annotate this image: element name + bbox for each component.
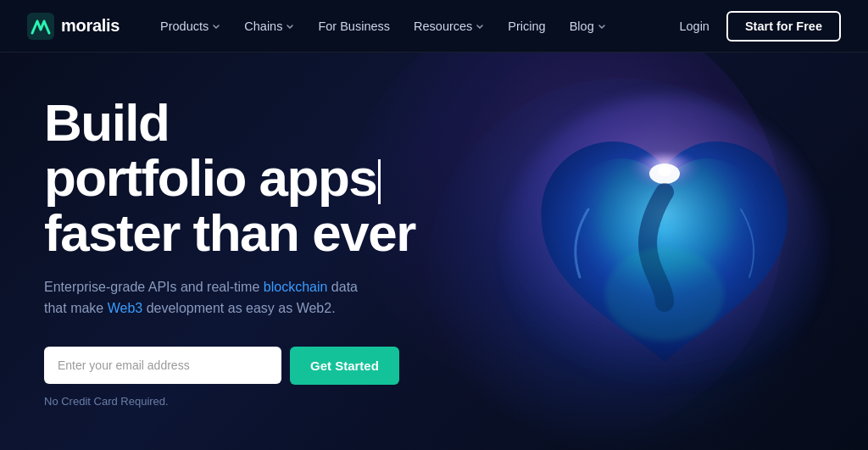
chevron-down-icon: [598, 22, 606, 31]
nav-pricing-label: Pricing: [508, 19, 545, 33]
get-started-button[interactable]: Get Started: [290, 347, 399, 385]
nav-chains-label: Chains: [244, 19, 282, 33]
hero-illustration: [487, 74, 843, 430]
nav-for-business[interactable]: For Business: [308, 13, 400, 40]
nav-blog[interactable]: Blog: [559, 13, 616, 40]
hero-section: Build portfolio apps faster than ever En…: [0, 53, 868, 450]
chevron-down-icon: [476, 22, 484, 31]
nav-links: Products Chains For Business Resources P…: [150, 13, 676, 40]
login-button[interactable]: Login: [676, 13, 712, 40]
svg-point-5: [605, 247, 724, 341]
nav-right: Login Start for Free: [676, 11, 841, 42]
start-for-free-button[interactable]: Start for Free: [726, 11, 841, 42]
hero-title-line3: faster than ever: [44, 203, 415, 262]
hero-subtitle: Enterprise-grade APIs and real-time bloc…: [44, 277, 366, 319]
heart-svg: [487, 74, 843, 430]
hero-form: Get Started: [44, 347, 415, 385]
no-credit-label: No Credit Card Required.: [44, 395, 415, 408]
nav-resources-label: Resources: [414, 19, 472, 33]
nav-for-business-label: For Business: [318, 19, 390, 33]
hero-title-line2: portfolio apps: [44, 148, 381, 207]
navbar: moralis Products Chains For Business Res…: [0, 0, 868, 53]
hero-subtitle-web3: Web3: [108, 301, 143, 315]
nav-resources[interactable]: Resources: [403, 13, 494, 40]
moralis-logo-icon: [27, 13, 54, 40]
nav-chains[interactable]: Chains: [234, 13, 304, 40]
svg-point-4: [658, 166, 671, 176]
nav-products[interactable]: Products: [150, 13, 231, 40]
nav-products-label: Products: [160, 19, 209, 33]
nav-blog-label: Blog: [570, 19, 594, 33]
cursor-bar: [378, 159, 381, 204]
nav-pricing[interactable]: Pricing: [498, 13, 555, 40]
hero-content: Build portfolio apps faster than ever En…: [0, 95, 415, 408]
chevron-down-icon: [286, 22, 294, 31]
logo-text: moralis: [61, 16, 120, 36]
logo[interactable]: moralis: [27, 13, 120, 40]
hero-title: Build portfolio apps faster than ever: [44, 95, 415, 260]
email-input[interactable]: [44, 347, 281, 384]
hero-title-line1: Build: [44, 93, 169, 152]
chevron-down-icon: [212, 22, 220, 31]
hero-subtitle-blockchain: blockchain: [264, 280, 328, 294]
